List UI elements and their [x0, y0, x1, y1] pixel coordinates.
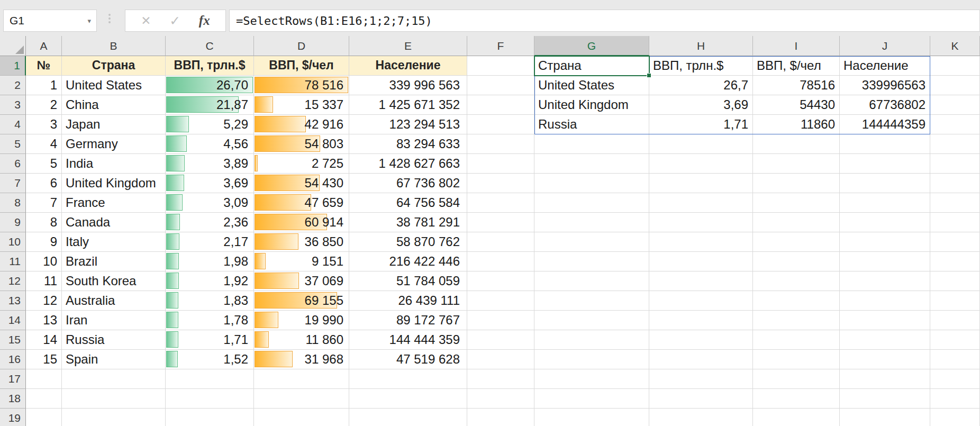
- column-header-G[interactable]: G: [534, 36, 649, 56]
- cell-G13[interactable]: [534, 291, 649, 311]
- cell-E17[interactable]: [349, 369, 467, 389]
- name-box[interactable]: G1 ▾: [3, 10, 97, 32]
- cell-F9[interactable]: [467, 213, 534, 232]
- cell-C9[interactable]: 2,36: [166, 213, 254, 232]
- cell-C12[interactable]: 1,92: [166, 271, 254, 291]
- row-header-13[interactable]: 13: [0, 291, 26, 311]
- cell-C8[interactable]: 3,09: [166, 193, 254, 213]
- cell-K15[interactable]: [930, 330, 980, 350]
- cell-A14[interactable]: 13: [26, 311, 62, 330]
- column-header-I[interactable]: I: [753, 36, 840, 56]
- cell-K6[interactable]: [930, 154, 980, 174]
- cell-I16[interactable]: [753, 350, 840, 369]
- cell-I7[interactable]: [753, 174, 840, 193]
- cell-B17[interactable]: [62, 369, 166, 389]
- cell-D9[interactable]: 60 914: [254, 213, 349, 232]
- cell-E14[interactable]: 89 172 767: [349, 311, 467, 330]
- cell-C2[interactable]: 26,70: [166, 76, 254, 95]
- cell-K2[interactable]: [930, 76, 980, 95]
- cell-J5[interactable]: [840, 134, 930, 154]
- cell-E15[interactable]: 144 444 359: [349, 330, 467, 350]
- cell-E11[interactable]: 216 422 446: [349, 252, 467, 271]
- cell-G18[interactable]: [534, 389, 649, 409]
- cell-K13[interactable]: [930, 291, 980, 311]
- cell-A9[interactable]: 8: [26, 213, 62, 232]
- cell-B4[interactable]: Japan: [62, 115, 166, 134]
- cell-H15[interactable]: [649, 330, 753, 350]
- column-header-K[interactable]: K: [930, 36, 980, 56]
- cell-A4[interactable]: 3: [26, 115, 62, 134]
- cell-J13[interactable]: [840, 291, 930, 311]
- cell-K18[interactable]: [930, 389, 980, 409]
- cell-F2[interactable]: [467, 76, 534, 95]
- cell-I12[interactable]: [753, 271, 840, 291]
- cell-D8[interactable]: 47 659: [254, 193, 349, 213]
- column-header-J[interactable]: J: [840, 36, 930, 56]
- cell-G17[interactable]: [534, 369, 649, 389]
- cell-A7[interactable]: 6: [26, 174, 62, 193]
- cell-G7[interactable]: [534, 174, 649, 193]
- cell-D11[interactable]: 9 151: [254, 252, 349, 271]
- cell-H18[interactable]: [649, 389, 753, 409]
- cell-E5[interactable]: 83 294 633: [349, 134, 467, 154]
- cell-D2[interactable]: 78 516: [254, 76, 349, 95]
- cell-H8[interactable]: [649, 193, 753, 213]
- cell-K1[interactable]: [930, 56, 980, 76]
- cell-H11[interactable]: [649, 252, 753, 271]
- cell-C7[interactable]: 3,69: [166, 174, 254, 193]
- cell-A13[interactable]: 12: [26, 291, 62, 311]
- cell-H7[interactable]: [649, 174, 753, 193]
- cell-C4[interactable]: 5,29: [166, 115, 254, 134]
- cell-K10[interactable]: [930, 232, 980, 252]
- cell-D7[interactable]: 54 430: [254, 174, 349, 193]
- cell-I4[interactable]: 11860: [753, 115, 840, 134]
- cell-F13[interactable]: [467, 291, 534, 311]
- cell-J19[interactable]: [840, 409, 930, 426]
- cell-A3[interactable]: 2: [26, 95, 62, 115]
- column-header-E[interactable]: E: [349, 36, 467, 56]
- cell-B5[interactable]: Germany: [62, 134, 166, 154]
- cell-D17[interactable]: [254, 369, 349, 389]
- cell-C17[interactable]: [166, 369, 254, 389]
- row-header-9[interactable]: 9: [0, 213, 26, 232]
- cell-B10[interactable]: Italy: [62, 232, 166, 252]
- row-header-10[interactable]: 10: [0, 232, 26, 252]
- row-header-2[interactable]: 2: [0, 76, 26, 95]
- row-header-7[interactable]: 7: [0, 174, 26, 193]
- cell-G6[interactable]: [534, 154, 649, 174]
- cell-C14[interactable]: 1,78: [166, 311, 254, 330]
- cell-I1[interactable]: ВВП, $/чел: [753, 56, 840, 76]
- cell-B9[interactable]: Canada: [62, 213, 166, 232]
- cell-E9[interactable]: 38 781 291: [349, 213, 467, 232]
- cell-G14[interactable]: [534, 311, 649, 330]
- row-header-14[interactable]: 14: [0, 311, 26, 330]
- cell-D18[interactable]: [254, 389, 349, 409]
- cell-B15[interactable]: Russia: [62, 330, 166, 350]
- cell-J4[interactable]: 144444359: [840, 115, 930, 134]
- cell-C11[interactable]: 1,98: [166, 252, 254, 271]
- cell-C1[interactable]: ВВП, трлн.$: [166, 56, 254, 76]
- cell-K19[interactable]: [930, 409, 980, 426]
- cell-G15[interactable]: [534, 330, 649, 350]
- cell-I11[interactable]: [753, 252, 840, 271]
- cell-G19[interactable]: [534, 409, 649, 426]
- cell-A2[interactable]: 1: [26, 76, 62, 95]
- cell-J7[interactable]: [840, 174, 930, 193]
- cell-E16[interactable]: 47 519 628: [349, 350, 467, 369]
- cell-I8[interactable]: [753, 193, 840, 213]
- cell-J14[interactable]: [840, 311, 930, 330]
- cell-H6[interactable]: [649, 154, 753, 174]
- cell-E7[interactable]: 67 736 802: [349, 174, 467, 193]
- insert-function-icon[interactable]: fx: [199, 13, 210, 28]
- cell-G4[interactable]: Russia: [534, 115, 649, 134]
- cell-I6[interactable]: [753, 154, 840, 174]
- cell-G12[interactable]: [534, 271, 649, 291]
- cell-B7[interactable]: United Kingdom: [62, 174, 166, 193]
- cell-J10[interactable]: [840, 232, 930, 252]
- cell-D15[interactable]: 11 860: [254, 330, 349, 350]
- fill-handle[interactable]: [647, 73, 651, 78]
- cell-J2[interactable]: 339996563: [840, 76, 930, 95]
- cell-J12[interactable]: [840, 271, 930, 291]
- cell-F7[interactable]: [467, 174, 534, 193]
- column-header-D[interactable]: D: [254, 36, 349, 56]
